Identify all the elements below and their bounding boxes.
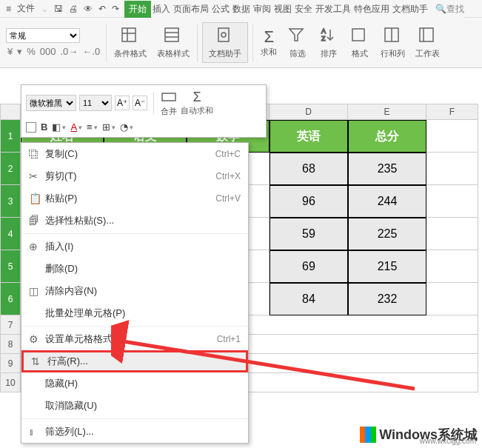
currency-icon[interactable]: ¥ — [6, 46, 14, 57]
watermark-logo-icon — [360, 427, 376, 443]
font-grow-button[interactable]: A⁺ — [115, 96, 130, 110]
cell-total[interactable]: 215 — [348, 250, 426, 283]
cell-eng[interactable]: 68 — [270, 153, 348, 185]
table-style-button[interactable]: 表格样式 — [154, 26, 193, 59]
mini-toolbar: 微软雅黑 11 A⁺ A⁻ 合并 Σ自动求和 B ◧▾ A▾ ≡▾ ⊞▾ ◔▾ — [21, 84, 267, 138]
cell-total[interactable]: 225 — [348, 218, 426, 250]
cell[interactable] — [426, 153, 478, 185]
font-shrink-button[interactable]: A⁻ — [133, 96, 147, 110]
cell-eng[interactable]: 69 — [270, 250, 348, 283]
font-color-button[interactable]: A — [70, 121, 77, 133]
cell-total[interactable]: 235 — [348, 153, 426, 185]
font-name-select[interactable]: 微软雅黑 — [26, 95, 76, 111]
tab-special[interactable]: 特色应用 — [352, 1, 391, 18]
menu-batch[interactable]: 批量处理单元格(P) — [21, 302, 248, 324]
cell[interactable] — [426, 250, 478, 283]
cell-total[interactable]: 244 — [348, 185, 426, 218]
menu-paste[interactable]: 📋粘贴(P)Ctrl+V — [21, 187, 248, 210]
dec-inc-icon[interactable]: .0→ — [59, 46, 80, 57]
insert-icon: ⊕ — [29, 241, 45, 253]
menu-paste-special[interactable]: 🗐选择性粘贴(S)... — [21, 210, 248, 232]
row-header-3[interactable]: 3 — [0, 185, 21, 218]
cell-total[interactable]: 232 — [348, 283, 426, 315]
cell-eng[interactable]: 59 — [270, 218, 348, 250]
cell-eng[interactable]: 96 — [270, 185, 348, 218]
sort-button[interactable]: AZ排序 — [315, 26, 342, 59]
tab-insert[interactable]: 插入 — [151, 1, 172, 18]
menu-row-height[interactable]: ⇅行高(R)... — [21, 350, 248, 372]
cell[interactable] — [426, 120, 478, 153]
print-icon[interactable]: 🖨 — [66, 4, 81, 14]
tab-review[interactable]: 审阅 — [252, 1, 272, 18]
align-button[interactable]: ≡ — [87, 121, 93, 133]
row-header-6[interactable]: 6 — [0, 283, 21, 315]
menu-copy[interactable]: ⿻复制(C)Ctrl+C — [21, 143, 248, 165]
row-header-8[interactable]: 8 — [0, 335, 21, 354]
redo-icon[interactable]: ↷ — [109, 4, 122, 14]
menu-filter-col[interactable]: ⫾筛选列(L)... — [21, 421, 248, 443]
col-d[interactable]: D — [270, 104, 348, 120]
sum-button[interactable]: Σ求和 — [258, 27, 280, 58]
cond-format-button[interactable]: 条件格式 — [111, 26, 150, 59]
tab-layout[interactable]: 页面布局 — [172, 1, 210, 18]
tab-dev[interactable]: 开发工具 — [314, 1, 352, 18]
row-header-2[interactable]: 2 — [0, 153, 21, 185]
preview-icon[interactable]: 👁 — [81, 4, 96, 14]
percent-icon[interactable]: % — [25, 46, 37, 57]
undo-icon[interactable]: ↶ — [96, 4, 109, 14]
label: 排序 — [321, 48, 337, 59]
dec-dec-icon[interactable]: ←.0 — [81, 46, 101, 57]
shape-button[interactable]: ◔ — [120, 121, 128, 133]
autosum-button[interactable]: Σ自动求和 — [181, 90, 213, 116]
col-e[interactable]: E — [348, 104, 426, 120]
row-header-1[interactable]: 1 — [0, 120, 21, 153]
number-format-select[interactable]: 常规 — [6, 28, 80, 43]
border-button[interactable]: ⊞ — [102, 121, 110, 133]
menu-cut[interactable]: ✂剪切(T)Ctrl+X — [21, 165, 248, 187]
tab-security[interactable]: 安全 — [293, 1, 314, 18]
tab-data[interactable]: 数据 — [231, 1, 252, 18]
tab-formula[interactable]: 公式 — [210, 1, 231, 18]
format-button[interactable]: 格式 — [347, 26, 373, 59]
rowcol-button[interactable]: 行和列 — [378, 26, 408, 59]
tab-start[interactable]: 开始 — [124, 1, 151, 18]
menu-delete[interactable]: 删除(D) — [21, 258, 248, 280]
row-header-10[interactable]: 10 — [0, 373, 21, 392]
menu-cell-format[interactable]: ⚙设置单元格格式(F)...Ctrl+1 — [21, 328, 248, 350]
shortcut: Ctrl+1 — [217, 334, 241, 344]
bold-button[interactable]: B — [41, 121, 47, 133]
col-f[interactable]: F — [426, 104, 478, 120]
merge-button[interactable]: 合并 — [160, 88, 178, 117]
fill-color-button[interactable]: ◧ — [52, 121, 61, 133]
row-header-4[interactable]: 4 — [0, 218, 21, 250]
header-total[interactable]: 总分 — [348, 120, 426, 153]
row-header-9[interactable]: 9 — [0, 354, 21, 373]
cell[interactable] — [426, 283, 478, 315]
select-all-corner[interactable] — [0, 104, 21, 120]
format-painter-icon[interactable] — [26, 122, 36, 133]
row-header-5[interactable]: 5 — [0, 250, 21, 283]
font-size-select[interactable]: 11 — [79, 95, 112, 111]
menu-unhide[interactable]: 取消隐藏(U) — [21, 395, 248, 417]
thousand-icon[interactable]: 000 — [39, 46, 58, 57]
menu-clear[interactable]: ◫清除内容(N) — [21, 280, 248, 302]
menu-insert[interactable]: ⊕插入(I) — [21, 235, 248, 258]
menu-separator — [21, 326, 248, 327]
hamburger-icon[interactable]: ≡ — [3, 4, 14, 14]
label: 复制(C) — [45, 147, 215, 161]
cell[interactable] — [426, 185, 478, 218]
file-menu[interactable]: 文件 — [14, 2, 38, 15]
worksheet-button[interactable]: 工作表 — [412, 26, 443, 59]
filter-button[interactable]: 筛选 — [284, 26, 311, 59]
menu-hide[interactable]: 隐藏(H) — [21, 372, 248, 395]
header-english[interactable]: 英语 — [270, 120, 348, 153]
cell-eng[interactable]: 84 — [270, 283, 348, 315]
separator — [153, 92, 154, 114]
find-button[interactable]: 🔍 查找 — [435, 3, 464, 16]
row-header-7[interactable]: 7 — [0, 315, 21, 335]
doc-helper-button[interactable]: 文档助手 — [202, 22, 248, 63]
tab-dochelp[interactable]: 文档助手 — [391, 1, 429, 18]
save-icon[interactable]: 🖫 — [51, 4, 66, 14]
tab-view[interactable]: 视图 — [272, 1, 293, 18]
cell[interactable] — [426, 218, 478, 250]
